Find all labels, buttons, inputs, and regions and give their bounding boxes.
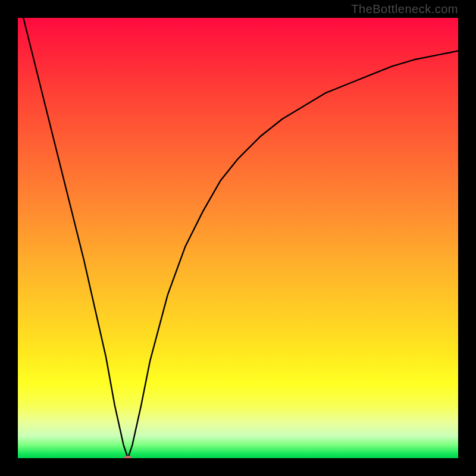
plot-area bbox=[18, 18, 458, 458]
chart-frame: TheBottleneck.com bbox=[0, 0, 476, 476]
curve-layer bbox=[18, 18, 458, 458]
attribution-label: TheBottleneck.com bbox=[351, 2, 458, 16]
bottleneck-curve bbox=[18, 18, 458, 458]
vertex-marker bbox=[124, 456, 132, 458]
